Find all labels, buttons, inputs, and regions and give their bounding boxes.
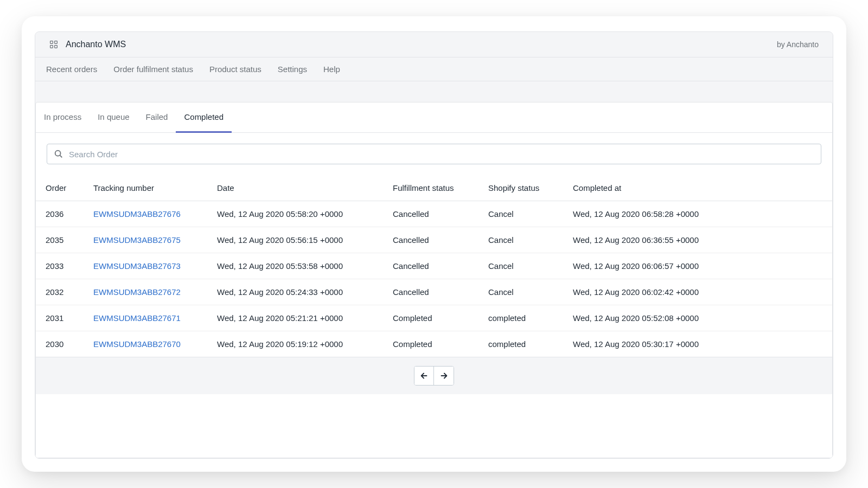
- nav-order-fulfilment[interactable]: Order fulfilment status: [113, 65, 193, 74]
- tab-in-queue[interactable]: In queue: [90, 102, 137, 133]
- cell-fulfillment: Cancelled: [393, 235, 488, 245]
- orders-table: Order Tracking number Date Fulfillment s…: [36, 175, 832, 357]
- table-body: 2036 EWMSUDM3ABB27676 Wed, 12 Aug 2020 0…: [36, 201, 832, 357]
- table-row: 2036 EWMSUDM3ABB27676 Wed, 12 Aug 2020 0…: [36, 201, 832, 227]
- app-title: Anchanto WMS: [66, 40, 126, 49]
- app-top-bar: Anchanto WMS by Anchanto: [35, 32, 833, 57]
- content-area: In process In queue Failed Completed: [35, 81, 833, 458]
- arrow-left-icon: [419, 371, 429, 381]
- tracking-link[interactable]: EWMSUDM3ABB27671: [93, 313, 217, 323]
- nav-product-status[interactable]: Product status: [209, 65, 261, 74]
- th-date: Date: [217, 183, 393, 192]
- orders-card: In process In queue Failed Completed: [35, 102, 833, 458]
- table-row: 2031 EWMSUDM3ABB27671 Wed, 12 Aug 2020 0…: [36, 305, 832, 331]
- cell-date: Wed, 12 Aug 2020 05:21:21 +0000: [217, 313, 393, 323]
- cell-order: 2036: [46, 209, 93, 219]
- cell-fulfillment: Completed: [393, 339, 488, 349]
- status-tabs: In process In queue Failed Completed: [36, 102, 832, 133]
- svg-line-5: [60, 156, 62, 158]
- cell-fulfillment: Cancelled: [393, 261, 488, 271]
- cell-shopify: Cancel: [488, 209, 573, 219]
- primary-nav: Recent orders Order fulfilment status Pr…: [35, 57, 833, 81]
- app-top-bar-left: Anchanto WMS: [49, 40, 126, 49]
- svg-rect-2: [50, 46, 53, 48]
- cell-fulfillment: Cancelled: [393, 287, 488, 297]
- nav-help[interactable]: Help: [323, 65, 340, 74]
- cell-order: 2030: [46, 339, 93, 349]
- nav-settings[interactable]: Settings: [278, 65, 307, 74]
- table-row: 2035 EWMSUDM3ABB27675 Wed, 12 Aug 2020 0…: [36, 227, 832, 253]
- search-wrapper: [36, 133, 832, 175]
- cell-date: Wed, 12 Aug 2020 05:24:33 +0000: [217, 287, 393, 297]
- main-panel: Anchanto WMS by Anchanto Recent orders O…: [35, 31, 833, 459]
- pager-next-button[interactable]: [434, 367, 454, 385]
- cell-completed-at: Wed, 12 Aug 2020 06:06:57 +0000: [573, 261, 822, 271]
- cell-shopify: completed: [488, 339, 573, 349]
- cell-date: Wed, 12 Aug 2020 05:19:12 +0000: [217, 339, 393, 349]
- tracking-link[interactable]: EWMSUDM3ABB27670: [93, 339, 217, 349]
- cell-fulfillment: Completed: [393, 313, 488, 323]
- cell-fulfillment: Cancelled: [393, 209, 488, 219]
- table-header: Order Tracking number Date Fulfillment s…: [36, 175, 832, 201]
- cell-completed-at: Wed, 12 Aug 2020 06:02:42 +0000: [573, 287, 822, 297]
- tab-in-process[interactable]: In process: [36, 102, 90, 133]
- tab-failed[interactable]: Failed: [138, 102, 176, 133]
- svg-point-4: [55, 151, 61, 156]
- th-tracking: Tracking number: [93, 183, 217, 192]
- th-order: Order: [46, 183, 93, 192]
- cell-shopify: Cancel: [488, 261, 573, 271]
- th-fulfillment: Fulfillment status: [393, 183, 488, 192]
- cell-date: Wed, 12 Aug 2020 05:53:58 +0000: [217, 261, 393, 271]
- svg-rect-0: [50, 41, 53, 44]
- cell-shopify: Cancel: [488, 235, 573, 245]
- tracking-link[interactable]: EWMSUDM3ABB27672: [93, 287, 217, 297]
- cell-completed-at: Wed, 12 Aug 2020 06:58:28 +0000: [573, 209, 822, 219]
- th-shopify: Shopify status: [488, 183, 573, 192]
- pager: [414, 366, 454, 386]
- app-icon: [49, 40, 58, 49]
- outer-card: Anchanto WMS by Anchanto Recent orders O…: [22, 16, 846, 472]
- arrow-right-icon: [439, 371, 449, 381]
- pagination-bar: [36, 357, 832, 394]
- cell-shopify: completed: [488, 313, 573, 323]
- cell-completed-at: Wed, 12 Aug 2020 05:30:17 +0000: [573, 339, 822, 349]
- cell-date: Wed, 12 Aug 2020 05:56:15 +0000: [217, 235, 393, 245]
- th-completed-at: Completed at: [573, 183, 822, 192]
- cell-date: Wed, 12 Aug 2020 05:58:20 +0000: [217, 209, 393, 219]
- svg-rect-3: [55, 46, 58, 48]
- pager-prev-button[interactable]: [414, 367, 434, 385]
- cell-shopify: Cancel: [488, 287, 573, 297]
- search-box[interactable]: [47, 144, 821, 164]
- search-input[interactable]: [69, 150, 814, 159]
- tracking-link[interactable]: EWMSUDM3ABB27673: [93, 261, 217, 271]
- table-row: 2030 EWMSUDM3ABB27670 Wed, 12 Aug 2020 0…: [36, 331, 832, 357]
- cell-order: 2032: [46, 287, 93, 297]
- cell-order: 2035: [46, 235, 93, 245]
- cell-completed-at: Wed, 12 Aug 2020 05:52:08 +0000: [573, 313, 822, 323]
- tracking-link[interactable]: EWMSUDM3ABB27676: [93, 209, 217, 219]
- nav-recent-orders[interactable]: Recent orders: [46, 65, 97, 74]
- cell-order: 2033: [46, 261, 93, 271]
- app-byline: by Anchanto: [777, 40, 819, 49]
- tracking-link[interactable]: EWMSUDM3ABB27675: [93, 235, 217, 245]
- svg-rect-1: [55, 41, 58, 44]
- table-row: 2032 EWMSUDM3ABB27672 Wed, 12 Aug 2020 0…: [36, 279, 832, 305]
- cell-completed-at: Wed, 12 Aug 2020 06:36:55 +0000: [573, 235, 822, 245]
- table-row: 2033 EWMSUDM3ABB27673 Wed, 12 Aug 2020 0…: [36, 253, 832, 279]
- cell-order: 2031: [46, 313, 93, 323]
- tab-completed[interactable]: Completed: [176, 102, 232, 133]
- search-icon: [54, 149, 63, 159]
